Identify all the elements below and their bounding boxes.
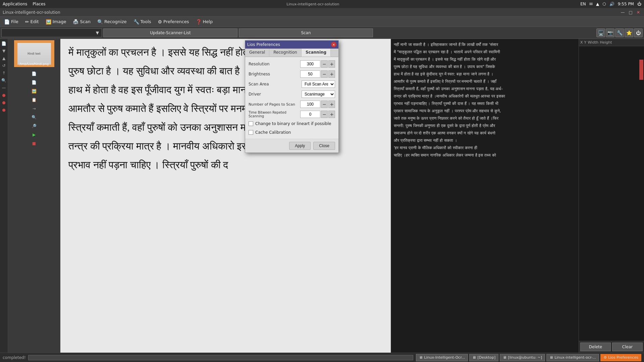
prefs-tabs: General Recognition Scanning (245, 49, 338, 57)
checkbox-binary-label: Change to binary or lineart if possible (255, 121, 331, 126)
num-pages-input[interactable] (300, 101, 320, 108)
resolution-input[interactable] (300, 60, 320, 68)
resolution-row: Resolution − + (249, 60, 335, 68)
checkbox1-row: Change to binary or lineart if possible (249, 121, 335, 127)
prefs-tab-general[interactable]: General (245, 49, 269, 57)
num-pages-input-group: − + (300, 101, 335, 108)
dialog-overlay: Lios Preferences ✕ General Recognition S… (0, 0, 644, 362)
driver-input-group: Scanimage (302, 90, 335, 98)
resolution-label: Resolution (249, 62, 279, 66)
brightness-row: Brightness − + (249, 70, 335, 78)
prefs-footer: Apply Close (245, 139, 338, 153)
prefs-title: Lios Preferences (247, 42, 280, 47)
brightness-label: Brightness (249, 72, 279, 76)
driver-select[interactable]: Scanimage (302, 90, 335, 98)
checkbox-binary[interactable] (249, 121, 253, 126)
checkbox2-row: Cache Calibration (249, 129, 335, 135)
prefs-tab-scanning[interactable]: Scanning (302, 49, 331, 57)
apply-button[interactable]: Apply (289, 142, 311, 150)
driver-row: Driver Scanimage (249, 90, 335, 98)
brightness-input[interactable] (300, 70, 320, 78)
num-pages-row: Number of Pages to Scan − + (249, 101, 335, 108)
scan-area-input-group: Full Scan Area (302, 80, 335, 88)
num-pages-plus[interactable]: + (328, 101, 335, 108)
driver-label: Driver (249, 92, 279, 97)
prefs-close-button[interactable]: ✕ (331, 42, 336, 47)
checkbox-calibration[interactable] (249, 130, 253, 135)
num-pages-label: Number of Pages to Scan (249, 102, 295, 107)
scan-area-row: Scan Area Full Scan Area (249, 80, 335, 88)
num-pages-minus[interactable]: − (321, 101, 328, 108)
brightness-minus[interactable]: − (321, 70, 328, 78)
brightness-input-group: − + (300, 70, 335, 78)
scan-area-select[interactable]: Full Scan Area (302, 80, 335, 88)
scan-area-label: Scan Area (249, 82, 279, 86)
time-repeat-minus[interactable]: − (321, 111, 328, 118)
brightness-plus[interactable]: + (328, 70, 335, 78)
prefs-titlebar: Lios Preferences ✕ (245, 41, 338, 49)
resolution-minus[interactable]: − (321, 60, 328, 68)
time-repeat-input[interactable] (300, 111, 320, 118)
time-repeat-plus[interactable]: + (328, 111, 335, 118)
resolution-plus[interactable]: + (328, 60, 335, 68)
time-repeat-row: Time Bitween Repeted Scanning − + (249, 111, 335, 118)
time-repeat-input-group: − + (300, 111, 335, 118)
resolution-input-group: − + (300, 60, 335, 68)
prefs-dialog: Lios Preferences ✕ General Recognition S… (245, 40, 339, 153)
close-dialog-button[interactable]: Close (313, 142, 335, 150)
prefs-tab-recognition[interactable]: Recognition (269, 49, 302, 57)
checkbox-calibration-label: Cache Calibration (255, 130, 291, 135)
prefs-body: Resolution − + Brightness − + Scan Area (245, 57, 338, 139)
time-repeat-label: Time Bitween Repeted Scanning (249, 111, 298, 118)
